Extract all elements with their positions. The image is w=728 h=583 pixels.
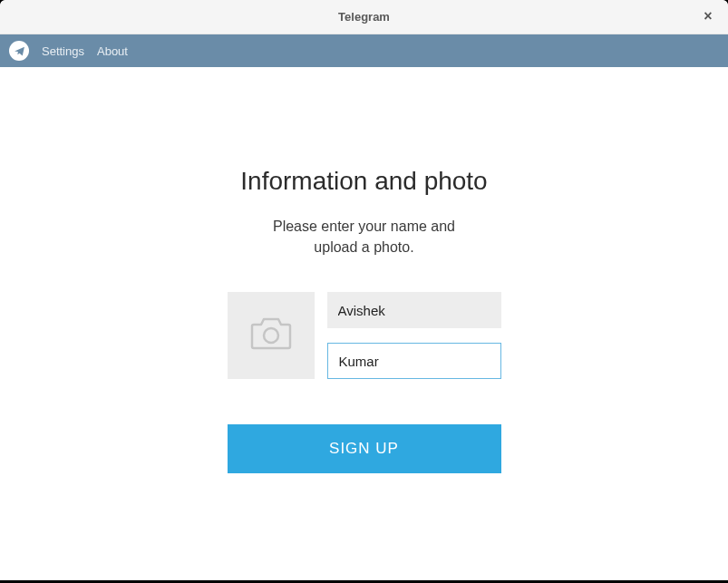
signup-button[interactable]: SIGN UP — [228, 424, 501, 473]
app-window: Telegram × Settings About Information an… — [0, 0, 728, 580]
last-name-input[interactable] — [327, 343, 501, 379]
page-heading: Information and photo — [240, 167, 487, 196]
menu-about[interactable]: About — [97, 44, 128, 58]
camera-icon — [250, 316, 292, 355]
subtext-line1: Please enter your name and — [273, 219, 455, 234]
menu-settings[interactable]: Settings — [42, 44, 84, 58]
close-icon[interactable]: × — [699, 7, 717, 25]
titlebar: Telegram × — [0, 0, 728, 34]
telegram-icon — [9, 41, 29, 61]
name-fields — [327, 292, 501, 379]
page-subtext: Please enter your name and upload a phot… — [273, 216, 455, 257]
svg-point-0 — [264, 328, 278, 343]
form-row — [228, 292, 501, 379]
subtext-line2: upload a photo. — [314, 239, 413, 255]
first-name-input[interactable] — [327, 292, 501, 328]
menubar: Settings About — [0, 34, 728, 67]
content-area: Information and photo Please enter your … — [0, 67, 728, 473]
photo-upload-button[interactable] — [228, 292, 315, 379]
window-title: Telegram — [338, 10, 390, 24]
